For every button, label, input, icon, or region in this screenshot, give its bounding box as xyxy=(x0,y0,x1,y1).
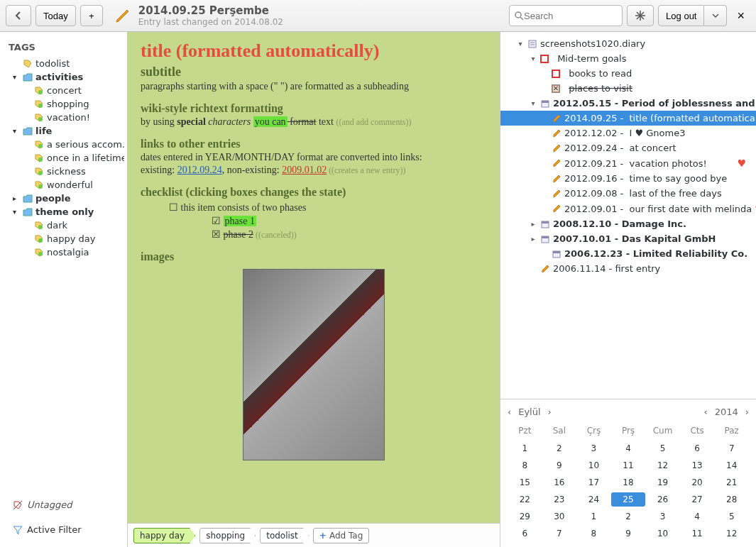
untagged-item[interactable]: Untagged xyxy=(3,492,124,517)
tree-damage[interactable]: ▸2008.12.10 - Damage Inc. xyxy=(500,216,756,231)
cal-day[interactable]: 1 xyxy=(508,441,542,455)
cal-day[interactable]: 7 xyxy=(542,526,577,541)
logout-button[interactable]: Log out xyxy=(658,5,704,26)
tree-midterm[interactable]: ▾ Mid-term goals xyxy=(500,51,756,66)
cal-day[interactable]: 17 xyxy=(576,475,611,490)
cal-day[interactable]: 22 xyxy=(508,492,542,507)
cal-day[interactable]: 23 xyxy=(542,492,577,507)
cal-day[interactable]: 27 xyxy=(680,492,715,507)
tree-root[interactable]: ▾screenshots1020.diary xyxy=(500,36,756,51)
tree-entry[interactable]: 2012.09.01 - our first date with melinda… xyxy=(500,201,756,216)
cal-day[interactable]: 1 xyxy=(576,509,611,524)
tree-places[interactable]: ✕ places to visit xyxy=(500,81,756,96)
tag-item[interactable]: dark xyxy=(3,219,124,232)
link-nonexisting[interactable]: 2009.01.02 xyxy=(282,165,327,175)
cal-day[interactable]: 4 xyxy=(680,509,715,524)
cal-day[interactable]: 10 xyxy=(576,458,611,473)
cal-day[interactable]: 20 xyxy=(680,475,715,490)
tree-books[interactable]: books to read xyxy=(500,66,756,81)
cal-day[interactable]: 24 xyxy=(576,492,611,507)
cal-day[interactable]: 2 xyxy=(542,441,577,455)
logout-dropdown[interactable] xyxy=(704,5,727,26)
back-button[interactable] xyxy=(6,5,31,26)
cal-day[interactable]: 12 xyxy=(645,458,680,473)
tree-entry[interactable]: 2012.09.24 - at concert xyxy=(500,140,756,155)
cal-day[interactable]: 14 xyxy=(714,458,749,473)
cal-day[interactable]: 7 xyxy=(714,441,749,455)
cal-day[interactable]: 3 xyxy=(576,441,611,455)
cal-day[interactable]: 11 xyxy=(680,526,715,541)
tag-chip[interactable]: shopping xyxy=(199,528,256,543)
tag-item[interactable]: happy day xyxy=(3,232,124,245)
tag-group[interactable]: ▾life xyxy=(3,124,124,138)
cal-day[interactable]: 12 xyxy=(714,526,749,541)
tree-first[interactable]: 2006.11.14 - first entry xyxy=(500,261,756,276)
add-entry-button[interactable]: + xyxy=(80,5,103,26)
tag-group[interactable]: ▸people xyxy=(3,192,124,205)
entry-tree: ▾screenshots1020.diary ▾ Mid-term goals … xyxy=(500,32,756,399)
cal-day[interactable]: 18 xyxy=(611,475,646,490)
search-box[interactable] xyxy=(509,5,623,26)
tree-entry[interactable]: 2014.09.25 - title (formatted automatica… xyxy=(500,111,756,126)
tag-item[interactable]: wonderful xyxy=(3,178,124,192)
cal-month-nav[interactable]: ‹Eylül› xyxy=(508,407,552,417)
add-tag-button[interactable]: + Add Tag xyxy=(313,528,369,543)
tree-kapital[interactable]: ▸2007.10.01 - Das Kapital GmbH xyxy=(500,231,756,246)
cal-day[interactable]: 15 xyxy=(508,475,542,490)
check-item-1[interactable]: ☐ this item consists of two phases xyxy=(169,201,487,214)
cal-day[interactable]: 21 xyxy=(714,475,749,490)
cal-day[interactable]: 10 xyxy=(645,526,680,541)
cal-day[interactable]: 5 xyxy=(645,441,680,455)
cal-year-nav[interactable]: ‹2014› xyxy=(704,407,750,417)
tag-item[interactable]: concert xyxy=(3,84,124,97)
tag-item[interactable]: shopping xyxy=(3,97,124,111)
cal-day[interactable]: 9 xyxy=(542,458,577,473)
cal-day[interactable]: 2 xyxy=(611,509,646,524)
tree-entry[interactable]: 2012.09.21 - vacation photos!♥ xyxy=(500,155,756,171)
tag-item[interactable]: sickness xyxy=(3,165,124,178)
active-filter[interactable]: Active Filter xyxy=(3,517,124,542)
tree-limited[interactable]: 2006.12.23 - Limited Reliability Co. xyxy=(500,246,756,261)
cal-day[interactable]: 8 xyxy=(576,526,611,541)
tag-item[interactable]: a serious accom... xyxy=(3,138,124,151)
cal-day[interactable]: 25 xyxy=(611,492,646,507)
cal-day[interactable]: 19 xyxy=(645,475,680,490)
check-item-2[interactable]: ☑ phase 1 xyxy=(212,215,487,227)
svg-point-13 xyxy=(38,225,43,229)
settings-button[interactable] xyxy=(627,5,654,26)
cal-day[interactable]: 30 xyxy=(542,509,577,524)
check-item-3[interactable]: ☒ phase 2 ((canceled)) xyxy=(212,228,487,241)
tag-item[interactable]: nostalgia xyxy=(3,245,124,259)
cal-day[interactable]: 16 xyxy=(542,475,577,490)
cal-day[interactable]: 26 xyxy=(645,492,680,507)
cal-day[interactable]: 4 xyxy=(611,441,646,455)
search-input[interactable] xyxy=(524,11,643,21)
tree-period[interactable]: ▾2012.05.15 - Period of joblessness and … xyxy=(500,96,756,111)
cal-day[interactable]: 9 xyxy=(611,526,646,541)
tag-chip[interactable]: happy day xyxy=(133,528,195,543)
svg-line-1 xyxy=(520,17,523,20)
title-block: 2014.09.25 Perşembe Entry last changed o… xyxy=(114,4,505,27)
tag-item[interactable]: once in a lifetime xyxy=(3,151,124,165)
cal-day[interactable]: 6 xyxy=(508,526,542,541)
tag-group[interactable]: ▾activities xyxy=(3,70,124,84)
tree-entry[interactable]: 2012.12.02 - I ♥ Gnome3 xyxy=(500,126,756,140)
tree-entry[interactable]: 2012.09.16 - time to say good bye xyxy=(500,171,756,186)
tag-item[interactable]: todolist xyxy=(3,57,124,70)
cal-day[interactable]: 8 xyxy=(508,458,542,473)
link-existing[interactable]: 2012.09.24 xyxy=(177,165,222,175)
cal-day[interactable]: 5 xyxy=(714,509,749,524)
today-button[interactable]: Today xyxy=(35,5,76,26)
tree-entry[interactable]: 2012.09.08 - last of the free days xyxy=(500,186,756,201)
cal-day[interactable]: 6 xyxy=(680,441,715,455)
cal-day[interactable]: 11 xyxy=(611,458,646,473)
close-button[interactable]: × xyxy=(731,6,750,26)
tag-chip[interactable]: todolist xyxy=(260,528,309,543)
tag-item[interactable]: vacation! xyxy=(3,111,124,124)
cal-day[interactable]: 28 xyxy=(714,492,749,507)
cal-day[interactable]: 13 xyxy=(680,458,715,473)
cal-day[interactable]: 3 xyxy=(645,509,680,524)
tag-group[interactable]: ▾theme only xyxy=(3,205,124,219)
editor-area[interactable]: title (formatted automatically) subtitle… xyxy=(128,32,500,523)
cal-day[interactable]: 29 xyxy=(508,509,542,524)
